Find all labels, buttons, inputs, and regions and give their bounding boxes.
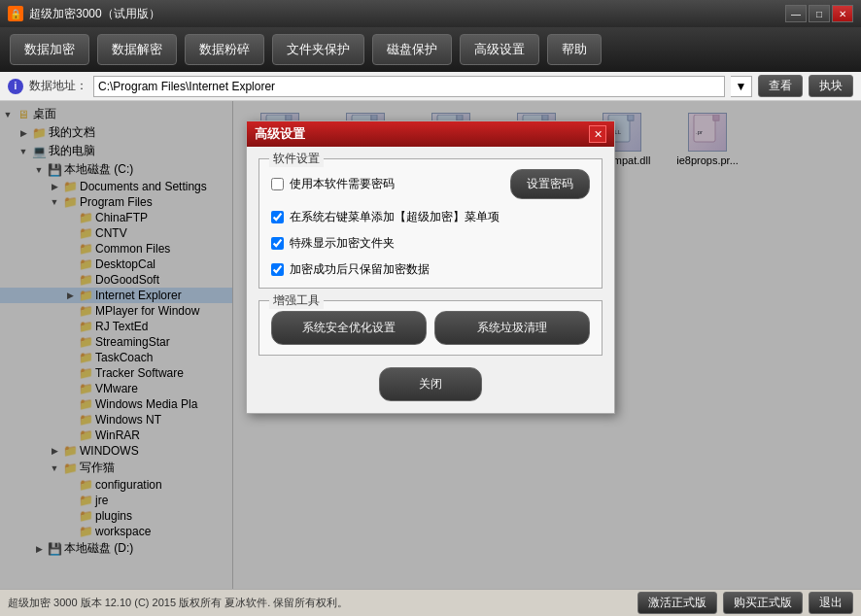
address-label: 数据地址： <box>29 78 87 94</box>
shred-button[interactable]: 数据粉碎 <box>185 34 264 65</box>
clean-junk-button[interactable]: 系统垃圾清理 <box>434 311 590 345</box>
app-title: 超级加密3000（试用版） <box>29 6 160 22</box>
decrypt-button[interactable]: 数据解密 <box>97 34 177 65</box>
add-menu-checkbox[interactable] <box>271 211 284 223</box>
use-password-label[interactable]: 使用本软件需要密码 <box>271 176 395 192</box>
status-text: 超级加密 3000 版本 12.10 (C) 2015 版权所有 夏冰软件. 保… <box>8 596 348 610</box>
buy-button[interactable]: 购买正式版 <box>723 592 803 614</box>
folder-protect-button[interactable]: 文件夹保护 <box>272 34 364 65</box>
maximize-button[interactable]: □ <box>809 5 830 22</box>
address-bar: i 数据地址： ▼ 查看 执块 <box>0 72 861 101</box>
minimize-button[interactable]: — <box>785 5 807 22</box>
exit-button[interactable]: 退出 <box>809 592 853 614</box>
info-icon: i <box>8 79 23 94</box>
exec-button[interactable]: 执块 <box>809 75 853 97</box>
dialog-body: 软件设置 使用本软件需要密码 设置密码 在系统右键菜单添加【超级加密 <box>247 147 614 413</box>
add-menu-row: 在系统右键菜单添加【超级加密】菜单项 <box>271 209 590 225</box>
add-menu-label[interactable]: 在系统右键菜单添加【超级加密】菜单项 <box>271 209 499 225</box>
address-input[interactable] <box>93 76 725 97</box>
show-enc-folder-label[interactable]: 特殊显示加密文件夹 <box>271 235 395 252</box>
disk-protect-button[interactable]: 磁盘保护 <box>372 34 452 65</box>
status-buttons: 激活正式版 购买正式版 退出 <box>637 592 853 614</box>
main-content: ▼ 🖥 桌面 ▶ 📁 我的文档 ▼ 💻 我的电脑 ▼ 💾 本地磁盘 (C:) ▶… <box>0 101 861 589</box>
close-button[interactable]: ✕ <box>832 5 853 22</box>
title-bar: 🔒 超级加密3000（试用版） — □ ✕ <box>0 0 861 27</box>
app-icon: 🔒 <box>8 6 23 21</box>
view-button[interactable]: 查看 <box>758 75 803 97</box>
tools-buttons-row: 系统安全优化设置 系统垃圾清理 <box>271 311 590 345</box>
keep-enc-data-checkbox[interactable] <box>271 263 284 276</box>
dialog-title-bar: 高级设置 ✕ <box>247 121 614 147</box>
title-bar-text: 🔒 超级加密3000（试用版） <box>8 6 160 22</box>
advanced-settings-dialog: 高级设置 ✕ 软件设置 使用本软件需要密码 设置密码 <box>246 120 615 414</box>
main-toolbar: 数据加密 数据解密 数据粉碎 文件夹保护 磁盘保护 高级设置 帮助 <box>0 27 861 72</box>
use-password-row: 使用本软件需要密码 设置密码 <box>271 169 590 199</box>
dialog-title: 高级设置 <box>255 125 305 143</box>
software-settings-group: 软件设置 使用本软件需要密码 设置密码 在系统右键菜单添加【超级加密 <box>258 158 603 289</box>
keep-enc-data-row: 加密成功后只保留加密数据 <box>271 261 590 278</box>
software-settings-legend: 软件设置 <box>269 151 324 167</box>
enhanced-tools-group: 增强工具 系统安全优化设置 系统垃圾清理 <box>258 300 603 356</box>
enhanced-tools-legend: 增强工具 <box>269 292 324 309</box>
dialog-close-button[interactable]: ✕ <box>589 125 606 143</box>
adv-settings-button[interactable]: 高级设置 <box>460 34 539 65</box>
security-opt-button[interactable]: 系统安全优化设置 <box>271 311 427 345</box>
status-bar: 超级加密 3000 版本 12.10 (C) 2015 版权所有 夏冰软件. 保… <box>0 589 861 616</box>
encrypt-button[interactable]: 数据加密 <box>10 34 89 65</box>
address-dropdown[interactable]: ▼ <box>731 76 752 97</box>
window-controls: — □ ✕ <box>785 5 853 22</box>
set-password-button[interactable]: 设置密码 <box>510 169 590 199</box>
dialog-close-action-button[interactable]: 关闭 <box>379 367 482 401</box>
use-password-checkbox[interactable] <box>271 178 284 190</box>
show-enc-folder-row: 特殊显示加密文件夹 <box>271 235 590 252</box>
keep-enc-data-label[interactable]: 加密成功后只保留加密数据 <box>271 261 430 278</box>
modal-overlay: 高级设置 ✕ 软件设置 使用本软件需要密码 设置密码 <box>0 101 861 589</box>
help-button[interactable]: 帮助 <box>547 34 602 65</box>
show-enc-folder-checkbox[interactable] <box>271 237 284 250</box>
activate-button[interactable]: 激活正式版 <box>637 592 717 614</box>
